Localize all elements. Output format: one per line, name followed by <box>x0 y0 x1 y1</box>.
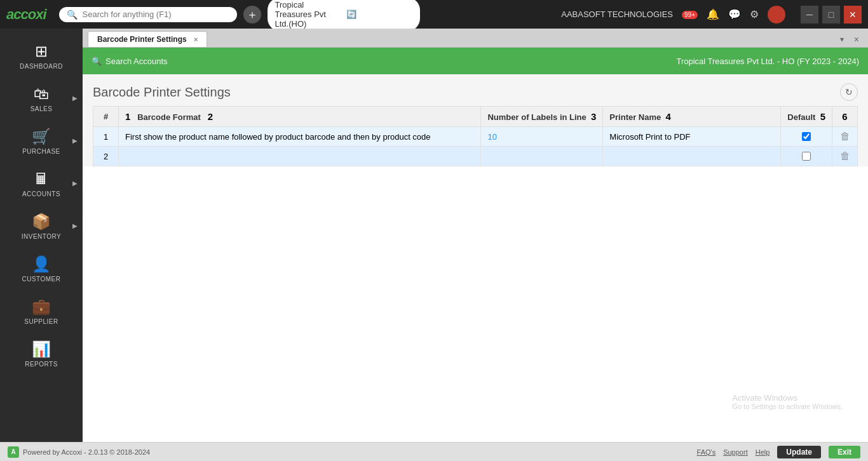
row1-num-labels[interactable]: 10 <box>481 127 603 147</box>
sidebar-item-dashboard[interactable]: ⊞ DASHBOARD <box>0 34 83 76</box>
sidebar-item-label-accounts: ACCOUNTS <box>22 190 60 197</box>
row1-delete-button[interactable]: 🗑 <box>840 131 850 142</box>
sidebar: ⊞ DASHBOARD 🛍 SALES ▶ 🛒 PURCHASE ▶ 🖩 ACC… <box>0 29 83 442</box>
tab-close-all-icon[interactable]: × <box>850 32 863 47</box>
message-icon[interactable]: 💬 <box>728 8 741 20</box>
company-selector[interactable]: Tropical Treasures Pvt Ltd.(HO) 🔄 <box>268 0 420 31</box>
notifications-badge: 99+ <box>682 11 698 19</box>
row2-delete-button[interactable]: 🗑 <box>840 150 850 162</box>
row1-num: 1 <box>93 127 119 147</box>
sidebar-item-label-supplier: SUPPLIER <box>24 318 58 325</box>
row2-default-cell <box>781 147 832 166</box>
table-container: # 1 Barcode Format 2 Number of Labels in… <box>83 106 868 166</box>
refresh-icon: ↻ <box>845 87 853 97</box>
settings-icon[interactable]: ⚙ <box>750 8 759 20</box>
table-header-row: # 1 Barcode Format 2 Number of Labels in… <box>93 107 858 127</box>
bell-icon[interactable]: 🔔 <box>707 8 719 20</box>
sidebar-item-sales[interactable]: 🛍 SALES ▶ <box>0 76 83 119</box>
col-header-hash: # <box>93 107 119 127</box>
row2-barcode-format[interactable] <box>119 147 481 166</box>
add-button[interactable]: ＋ <box>243 6 261 23</box>
minimize-button[interactable]: ─ <box>801 6 818 23</box>
row2-num: 2 <box>93 147 119 166</box>
company-info-label: Tropical Treasures Pvt Ltd. - HO (FY 202… <box>676 57 859 66</box>
powered-by: A Powered by Accoxi - 2.0.13 © 2018-2024 <box>8 446 150 458</box>
close-button[interactable]: ✕ <box>844 6 862 23</box>
sidebar-item-label-reports: REPORTS <box>25 361 58 368</box>
purchase-arrow-icon: ▶ <box>72 137 78 144</box>
window-controls: ─ □ ✕ <box>801 6 862 23</box>
top-bar: accoxi 🔍 ＋ Tropical Treasures Pvt Ltd.(H… <box>0 0 868 29</box>
row1-delete-cell: 🗑 <box>832 127 858 147</box>
support-link[interactable]: Support <box>723 448 748 456</box>
col-header-barcode-format: 1 Barcode Format 2 <box>119 107 481 127</box>
search-icon: 🔍 <box>67 10 78 20</box>
search-input[interactable] <box>83 10 222 19</box>
main-layout: ⊞ DASHBOARD 🛍 SALES ▶ 🛒 PURCHASE ▶ 🖩 ACC… <box>0 29 868 442</box>
row2-default-checkbox[interactable] <box>802 152 811 161</box>
row1-num-labels-link[interactable]: 10 <box>487 132 496 142</box>
sidebar-item-label-dashboard: DASHBOARD <box>20 63 63 70</box>
accounts-arrow-icon: ▶ <box>72 179 78 186</box>
app-logo: accoxi <box>6 6 46 23</box>
sidebar-item-label-sales: SALES <box>31 105 53 112</box>
activate-line1: Activate Windows <box>732 393 843 403</box>
top-right-controls: AABASOFT TECHNOLOGIES 99+ 🔔 💬 ⚙ ─ □ ✕ <box>561 6 862 23</box>
tab-bar: Barcode Printer Settings × ▾ × <box>83 29 868 48</box>
sidebar-item-purchase[interactable]: 🛒 PURCHASE ▶ <box>0 119 83 161</box>
refresh-page-button[interactable]: ↻ <box>840 83 858 101</box>
green-bar: 🔍 Search Accounts Tropical Treasures Pvt… <box>83 48 868 74</box>
global-search[interactable]: 🔍 <box>59 7 237 22</box>
inner-content: 🔍 Search Accounts Tropical Treasures Pvt… <box>83 48 868 442</box>
sales-arrow-icon: ▶ <box>72 94 78 101</box>
accoxi-logo-small: A <box>8 446 19 458</box>
tab-close-icon[interactable]: × <box>194 36 198 43</box>
col-header-printer-name: Printer Name 4 <box>603 107 781 127</box>
row1-printer-name[interactable]: Microsoft Print to PDF <box>603 127 781 147</box>
page-title-area: Barcode Printer Settings ↻ <box>83 74 868 106</box>
maximize-button[interactable]: □ <box>822 6 840 23</box>
user-company-name: AABASOFT TECHNOLOGIES <box>561 10 673 19</box>
faq-link[interactable]: FAQ's <box>697 448 716 456</box>
table-row: 2 🗑 <box>93 147 858 166</box>
content-area: Barcode Printer Settings × ▾ × 🔍 Search … <box>83 29 868 442</box>
search-accounts-button[interactable]: 🔍 Search Accounts <box>92 57 168 66</box>
sales-icon: 🛍 <box>34 85 50 103</box>
barcode-settings-table: # 1 Barcode Format 2 Number of Labels in… <box>93 106 858 166</box>
bottom-bar: A Powered by Accoxi - 2.0.13 © 2018-2024… <box>0 442 868 461</box>
help-link[interactable]: Help <box>756 448 770 456</box>
powered-by-label: Powered by Accoxi - 2.0.13 © 2018-2024 <box>23 448 150 456</box>
row1-default-checkbox[interactable] <box>802 132 811 141</box>
sidebar-item-supplier[interactable]: 💼 SUPPLIER <box>0 289 83 331</box>
col-header-default: Default 5 <box>781 107 832 127</box>
user-avatar[interactable] <box>768 6 785 23</box>
tab-barcode-printer-settings[interactable]: Barcode Printer Settings × <box>88 31 207 47</box>
search-accounts-label: Search Accounts <box>105 57 168 66</box>
dashboard-icon: ⊞ <box>35 43 48 60</box>
exit-button[interactable]: Exit <box>829 446 860 458</box>
row1-default-cell <box>781 127 832 147</box>
supplier-icon: 💼 <box>32 298 51 316</box>
sidebar-item-customer[interactable]: 👤 CUSTOMER <box>0 246 83 289</box>
sidebar-item-accounts[interactable]: 🖩 ACCOUNTS ▶ <box>0 161 83 204</box>
tab-label: Barcode Printer Settings <box>97 35 187 44</box>
tab-overflow-arrow[interactable]: ▾ <box>836 32 848 46</box>
update-button[interactable]: Update <box>777 446 821 458</box>
page-title: Barcode Printer Settings <box>93 85 231 100</box>
company-selector-label: Tropical Treasures Pvt Ltd.(HO) <box>275 0 341 29</box>
purchase-icon: 🛒 <box>32 128 51 145</box>
sidebar-item-reports[interactable]: 📊 REPORTS <box>0 331 83 374</box>
accounts-icon: 🖩 <box>34 170 50 188</box>
row2-num-labels[interactable] <box>481 147 603 166</box>
search-accounts-icon: 🔍 <box>92 57 102 66</box>
row2-printer-name[interactable] <box>603 147 781 166</box>
sidebar-item-label-purchase: PURCHASE <box>22 148 60 155</box>
reports-icon: 📊 <box>32 340 51 358</box>
row2-delete-cell: 🗑 <box>832 147 858 166</box>
inventory-icon: 📦 <box>32 213 51 230</box>
activate-line2: Go to Settings to activate Windows. <box>732 403 843 410</box>
company-refresh-icon[interactable]: 🔄 <box>346 10 412 19</box>
row1-barcode-format[interactable]: First show the product name followed by … <box>119 127 481 147</box>
sidebar-item-label-inventory: INVENTORY <box>22 233 61 240</box>
sidebar-item-inventory[interactable]: 📦 INVENTORY ▶ <box>0 204 83 246</box>
